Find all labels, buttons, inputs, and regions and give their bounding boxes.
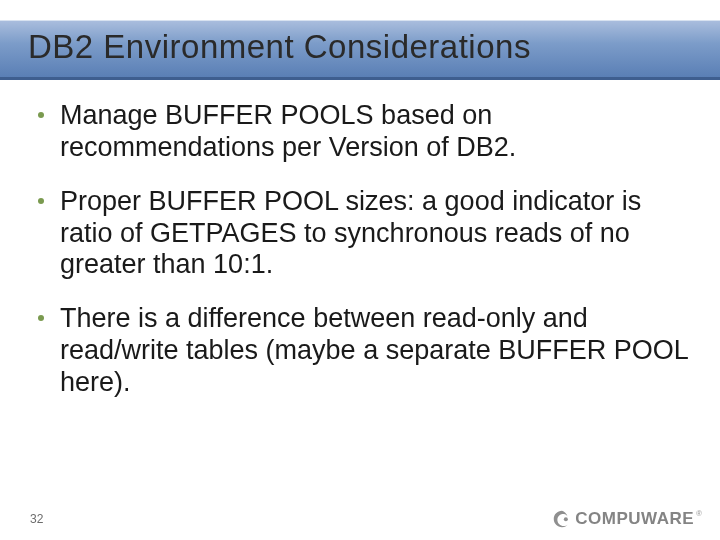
company-logo: COMPUWARE ®	[551, 508, 702, 530]
logo-registered-icon: ®	[696, 509, 702, 518]
bullet-text: There is a difference between read-only …	[60, 303, 688, 397]
bullet-item: Proper BUFFER POOL sizes: a good indicat…	[38, 186, 690, 282]
bullet-icon	[38, 112, 44, 118]
bullet-item: There is a difference between read-only …	[38, 303, 690, 399]
slide: DB2 Environment Considerations Manage BU…	[0, 0, 720, 540]
bullet-item: Manage BUFFER POOLS based on recommendat…	[38, 100, 690, 164]
slide-title: DB2 Environment Considerations	[28, 28, 531, 66]
svg-point-0	[564, 517, 568, 521]
page-number: 32	[30, 512, 43, 526]
content-area: Manage BUFFER POOLS based on recommendat…	[38, 100, 690, 421]
bullet-icon	[38, 198, 44, 204]
bullet-text: Proper BUFFER POOL sizes: a good indicat…	[60, 186, 641, 280]
logo-text: COMPUWARE	[575, 509, 694, 529]
bullet-text: Manage BUFFER POOLS based on recommendat…	[60, 100, 516, 162]
bullet-icon	[38, 315, 44, 321]
logo-swirl-icon	[551, 508, 573, 530]
